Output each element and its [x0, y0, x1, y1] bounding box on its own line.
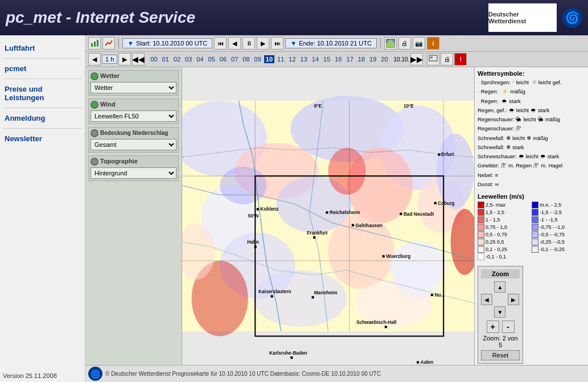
zoom-plus-btn[interactable]: +: [487, 321, 499, 333]
topographie-select[interactable]: Hintergrund: [91, 167, 176, 179]
time-step-18[interactable]: 18: [356, 55, 367, 63]
time-step-19[interactable]: 19: [368, 55, 378, 63]
svg-text:Coburg: Coburg: [438, 201, 454, 206]
kbd-right-btn[interactable]: ▶: [118, 53, 131, 65]
interval-btn[interactable]: 1 h: [102, 55, 117, 64]
svg-text:Hahn: Hahn: [247, 240, 259, 245]
leewellen-grid: 2,5- max m.n. - 2,5 1,5 - 2,5 -1,5 - -2,…: [478, 202, 585, 260]
leewellen-legend: Leewellen (m/s) 2,5- max m.n. - 2,5 1,5 …: [478, 193, 585, 260]
time-step-17[interactable]: 17: [345, 55, 355, 63]
dwd-logo: Deutscher Wetterdienst: [488, 3, 557, 32]
svg-text:Frankfurt: Frankfurt: [307, 231, 328, 236]
wind-radio[interactable]: [91, 101, 98, 109]
map-canvas[interactable]: 8°E 10°E 50°N Erfurt Koblenz Reichelshei…: [182, 67, 474, 365]
bedeckung-radio[interactable]: [91, 129, 98, 137]
timeline-back-btn[interactable]: ◀◀: [132, 53, 145, 65]
preise-link[interactable]: Preise und Leistungen: [3, 82, 82, 105]
svg-rect-49: [313, 236, 315, 239]
zoom-minus-btn[interactable]: -: [502, 321, 515, 333]
timeline-fwd-btn[interactable]: ▶▶: [410, 53, 423, 65]
svg-rect-51: [254, 246, 257, 248]
sidebar: Luftfahrt pcmet Preise und Leistungen An…: [0, 35, 85, 382]
luftfahrt-link[interactable]: Luftfahrt: [3, 41, 82, 55]
nav-right-btn[interactable]: ▶: [508, 294, 519, 305]
print-icon-btn[interactable]: 🖨: [398, 37, 411, 50]
nav-left-btn[interactable]: ◀: [481, 294, 492, 305]
time-step-02[interactable]: 02: [172, 55, 182, 63]
line-chart-icon-btn[interactable]: [102, 37, 115, 50]
nav-down-btn[interactable]: ▼: [494, 306, 505, 318]
wind-select[interactable]: Leewellen FL50: [91, 110, 176, 122]
time-step-07[interactable]: 07: [229, 55, 240, 63]
content-area: ▼ Start: 10.10.2010 00 UTC ⏮ ◀ ⏸ ▶ ⏭ ▼ E…: [85, 35, 588, 382]
topographie-section: Topographie Hintergrund: [88, 155, 179, 181]
time-step-04[interactable]: 04: [195, 55, 205, 63]
wetter-select[interactable]: Wetter: [91, 82, 176, 93]
time-step-20[interactable]: 20: [379, 55, 389, 63]
info-icon-btn[interactable]: i: [427, 37, 439, 50]
time-step-15[interactable]: 15: [322, 55, 332, 63]
triangle-icon2: ▼: [290, 40, 297, 47]
dwd-label: Deutscher Wetterdienst: [488, 11, 552, 24]
time-step-12[interactable]: 12: [287, 55, 297, 63]
start-time-display: ▼ Start: 10.10.2010 00 UTC: [122, 38, 212, 48]
svg-rect-59: [431, 294, 433, 296]
timeline-row: ◀ 1 h ▶ ◀◀ 00010203040506070809101112131…: [85, 52, 588, 67]
time-step-09[interactable]: 09: [253, 55, 263, 63]
time-step-01[interactable]: 01: [161, 55, 171, 63]
skip-fwd-btn[interactable]: ⏭: [271, 37, 283, 50]
topographie-radio-row: Topographie: [91, 158, 176, 166]
svg-rect-43: [400, 213, 402, 215]
play-btn[interactable]: ▶: [257, 37, 269, 50]
time-step-06[interactable]: 06: [218, 55, 228, 63]
bedeckung-section: Bedeckung Niederschlag Gesamt: [88, 127, 179, 153]
pause-btn[interactable]: ⏸: [242, 37, 255, 50]
svg-rect-47: [352, 224, 354, 227]
newsletter-link[interactable]: Newsletter: [3, 132, 82, 146]
time-step-11[interactable]: 11: [276, 55, 286, 63]
nav-up-btn[interactable]: ▲: [494, 281, 505, 293]
bedeckung-label: Bedeckung Niederschlag: [100, 130, 168, 136]
time-step-10[interactable]: 10: [264, 55, 274, 63]
wetter-radio[interactable]: [91, 72, 98, 80]
time-step-03[interactable]: 03: [183, 55, 194, 63]
wetter-label: Wetter: [100, 72, 120, 79]
print2-icon-btn[interactable]: 🖨: [441, 53, 453, 65]
map-icon-btn[interactable]: [384, 37, 397, 50]
camera-icon-btn[interactable]: 📷: [413, 37, 425, 50]
topographie-radio[interactable]: [91, 158, 98, 166]
triangle-icon: ▼: [128, 40, 134, 47]
toolbar: ▼ Start: 10.10.2010 00 UTC ⏮ ◀ ⏸ ▶ ⏭ ▼ E…: [85, 35, 588, 52]
svg-point-22: [328, 148, 366, 195]
time-step-05[interactable]: 05: [207, 55, 217, 63]
prev-btn[interactable]: ◀: [228, 37, 241, 50]
zoom-reset-btn[interactable]: Reset: [481, 350, 520, 360]
wind-section: Wind Leewellen FL50: [88, 98, 179, 124]
warning-icon-btn[interactable]: !: [454, 53, 467, 65]
bedeckung-select[interactable]: Gesamt: [91, 139, 176, 150]
bottom-bar: 🌀 © Deutscher Wetterdienst Prognosekarte…: [85, 365, 588, 382]
anmeldung-link[interactable]: Anmeldung: [3, 111, 82, 125]
weather-symbols-legend: · Sprühregen: * leicht ❄ leicht gef. · R…: [478, 79, 585, 188]
time-step-14[interactable]: 14: [310, 55, 320, 63]
svg-rect-45: [434, 202, 437, 204]
time-step-13[interactable]: 13: [299, 55, 309, 63]
svg-rect-55: [271, 295, 273, 298]
svg-text:Aalen: Aalen: [421, 360, 434, 365]
kbd-left-btn[interactable]: ◀: [88, 53, 101, 65]
svg-rect-37: [438, 153, 440, 155]
skip-back-btn[interactable]: ⏮: [214, 37, 227, 50]
pcmet-link[interactable]: pcmet: [3, 61, 82, 76]
svg-rect-65: [417, 361, 419, 363]
settings-icon-btn[interactable]: [427, 53, 439, 65]
time-step-08[interactable]: 08: [241, 55, 251, 63]
svg-text:Koblenz: Koblenz: [260, 207, 278, 212]
map-svg: 8°E 10°E 50°N Erfurt Koblenz Reichelshei…: [182, 67, 474, 365]
chart-icon-btn[interactable]: [88, 37, 101, 50]
leewellen-title: Leewellen (m/s): [478, 193, 585, 200]
version-text: Version 25.11.2008: [0, 369, 85, 382]
header: pc_met - Internet Service Deutscher Wett…: [0, 0, 588, 35]
time-step-16[interactable]: 16: [333, 55, 343, 63]
time-step-00[interactable]: 00: [149, 55, 159, 63]
bedeckung-radio-row: Bedeckung Niederschlag: [91, 129, 176, 137]
